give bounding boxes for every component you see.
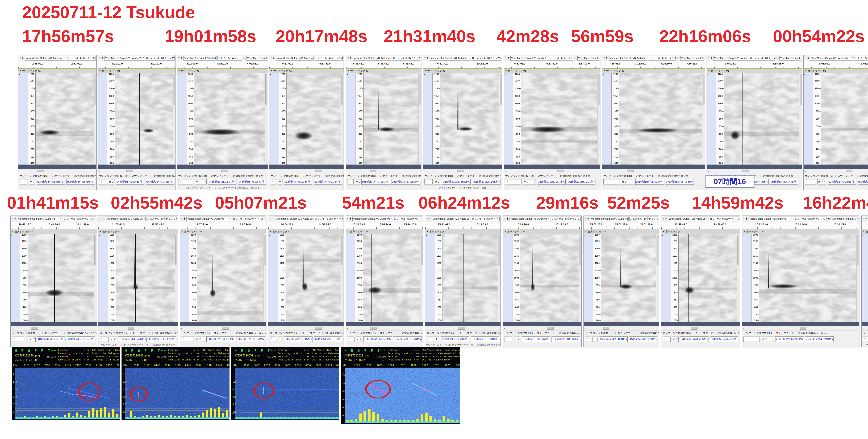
device-combobox[interactable]: 1(モノラル) 録音チャンネル˅: [648, 56, 676, 61]
track-control-panel[interactable]: ▾: [180, 234, 189, 322]
device-combobox[interactable]: 1(モノラル) 録音チャンネル˅: [314, 216, 343, 221]
spectrogram-area[interactable]: [28, 234, 94, 322]
scrollbar-thumb[interactable]: [738, 235, 739, 265]
track-control-panel[interactable]: ▾: [10, 234, 20, 322]
snap-mode-combobox[interactable]: オフ˅: [356, 337, 362, 342]
selection-end-field[interactable]: 06時間31分41.560秒▾: [391, 179, 420, 184]
selection-start-field[interactable]: 05時間17分50.044秒▾: [284, 179, 312, 184]
selection-start-field[interactable]: 11時間55分43.476秒▾: [118, 336, 147, 342]
track-header[interactable]: ▼音声トラック #1: [18, 69, 96, 73]
device-combobox[interactable]: 1(モノラル) 録音チャンネル˅: [629, 216, 658, 221]
selection-end-field[interactable]: 23時間59分44.205秒▾: [710, 336, 738, 342]
track-control-panel[interactable]: ▾: [98, 73, 107, 165]
spectrogram-area[interactable]: [287, 73, 341, 165]
selection-start-field[interactable]: 04時間01分01.486秒▾: [116, 179, 144, 184]
horizontal-scrollbar[interactable]: ‹: [268, 326, 344, 331]
snap-mode-combobox[interactable]: オフ˅: [761, 337, 774, 342]
timeline-ruler[interactable]: 6:57:01.06:57:02.06:57:03.0: [504, 61, 600, 69]
device-combobox[interactable]: 1(モノラル) 録音チャンネル˅: [547, 56, 573, 61]
selection-start-field[interactable]: 15時間29分18.057秒▾: [522, 336, 550, 342]
frequency-ruler[interactable]: 1200115011001050100095090085080075070065…: [28, 73, 36, 165]
vertical-scrollbar[interactable]: [264, 234, 266, 322]
track-control-panel[interactable]: ▾: [425, 234, 435, 322]
device-combobox[interactable]: 1(モノラル) 録音チャンネル˅: [315, 56, 343, 61]
horizontal-scrollbar[interactable]: ‹: [10, 326, 97, 331]
frequency-ruler[interactable]: 1300125012001150110010501000950900850800…: [435, 234, 443, 322]
sample-rate-combobox[interactable]: ˅: [271, 179, 276, 184]
track-header[interactable]: ▼音声トラック #1: [346, 69, 421, 73]
scrollbar-thumb[interactable]: [173, 74, 175, 105]
spectrogram-area[interactable]: [601, 234, 656, 322]
scrollbar-thumb[interactable]: [94, 74, 96, 105]
scrollbar-thumb[interactable]: [37, 170, 44, 172]
selection-start-field[interactable]: 14時間07分23.138秒▾: [207, 336, 235, 342]
selection-start-field[interactable]: 15時間21分01.794秒▾: [441, 336, 469, 342]
selection-start-field[interactable]: 04時間01分59.821秒▾: [208, 179, 237, 184]
vertical-scrollbar[interactable]: [737, 234, 740, 322]
device-combobox[interactable]: VoiceMeeter Output (VB-Audio Vo˅: [432, 216, 470, 221]
selection-start-field[interactable]: 07時間16分08.138秒▾: [636, 179, 664, 184]
device-combobox[interactable]: VoiceMeeter Output (VB-Audio Vo˅: [17, 216, 62, 221]
snap-mode-combobox[interactable]: オフ˅: [817, 179, 826, 184]
snap-mode-combobox[interactable]: オフ˅: [278, 337, 283, 342]
scrollbar-thumb[interactable]: [128, 327, 134, 330]
track-header[interactable]: ▼音声トラック #1: [804, 69, 868, 73]
spectrogram-area[interactable]: [364, 73, 418, 165]
track-control-panel[interactable]: ▾: [602, 73, 612, 165]
snap-mode-combobox[interactable]: オフ˅: [195, 337, 205, 342]
horizontal-scrollbar[interactable]: ‹: [504, 169, 600, 173]
horizontal-scrollbar[interactable]: ‹: [503, 326, 581, 331]
timeline-ruler[interactable]: 25:21:01.025:21:02.025:21:03.0: [862, 222, 868, 229]
vertical-scrollbar[interactable]: [856, 234, 859, 322]
scrollbar-thumb[interactable]: [31, 327, 38, 330]
track-header[interactable]: ▼音声トラック #1: [602, 69, 705, 73]
device-combobox[interactable]: VoiceMeeter Output (VB-Audio Vo˅: [353, 56, 391, 61]
sample-rate-combobox[interactable]: ˅: [585, 337, 591, 342]
snap-mode-combobox[interactable]: オフ˅: [29, 179, 35, 184]
vertical-scrollbar[interactable]: [702, 73, 705, 165]
spectrogram-area[interactable]: [619, 73, 702, 165]
scrollbar-thumb[interactable]: [857, 235, 859, 265]
device-combobox[interactable]: VoiceMeeter Output (VB-Audio Vo˅: [510, 56, 546, 61]
timeline-ruler[interactable]: 9:54:24.09:54:25.0: [707, 61, 802, 69]
vertical-scrollbar[interactable]: [175, 234, 178, 322]
vertical-scrollbar[interactable]: [597, 73, 600, 165]
scrollbar-thumb[interactable]: [598, 74, 600, 105]
sample-rate-combobox[interactable]: ˅: [99, 179, 107, 184]
scrollbar-thumb[interactable]: [557, 170, 564, 172]
horizontal-scrollbar[interactable]: ‹: [707, 169, 802, 173]
track-header[interactable]: ▼音声トラック #1: [346, 229, 423, 234]
device-combobox[interactable]: VoiceMeeter Output (VB-Audio Vo˅: [749, 216, 793, 221]
scrollbar-thumb[interactable]: [370, 170, 376, 172]
device-combobox[interactable]: VoiceMeeter Input (VB-Audio Vo˅: [578, 56, 599, 61]
snap-mode-combobox[interactable]: オフ˅: [26, 337, 36, 342]
horizontal-scrollbar[interactable]: ‹: [742, 326, 859, 331]
spectrogram-area[interactable]: [521, 73, 597, 165]
track-control-panel[interactable]: ▾: [503, 234, 513, 322]
track-header[interactable]: ▼音声トラック #1: [661, 229, 740, 234]
track-header[interactable]: ▼音声トラック #1: [504, 69, 600, 73]
selection-end-field[interactable]: 06時間57分00.291秒▾: [567, 179, 595, 184]
selection-end-field[interactable]: 15時間52分26.828秒▾: [629, 336, 657, 342]
device-combobox[interactable]: VoiceMeeter Output (VB-Audio Vo˅: [184, 56, 216, 61]
timeline-ruler[interactable]: 15:29:18.015:29:19.0: [503, 222, 581, 229]
device-combobox[interactable]: VoiceMeeter Output (VB-Audio Vo˅: [352, 216, 392, 221]
snap-mode-combobox[interactable]: オフ˅: [592, 337, 597, 342]
selection-end-field[interactable]: 15時間24分13.170秒▾: [393, 336, 422, 342]
selection-start-field[interactable]: 09時間51分00.666秒▾: [828, 179, 856, 184]
snap-mode-combobox[interactable]: オフ˅: [108, 179, 115, 184]
device-combobox[interactable]: VoiceMeeter Output (VB-Audio Vo˅: [275, 216, 313, 221]
selection-end-field[interactable]: 09時間54分24.426秒▾: [770, 179, 798, 184]
device-combobox[interactable]: VoiceMeeter Output (VB-Audio Vo˅: [105, 216, 146, 221]
device-combobox[interactable]: VoiceMeeter Output (VB-Audio Vo˅: [668, 216, 708, 221]
scrollbar-thumb[interactable]: [370, 327, 376, 330]
track-header[interactable]: ▼音声トラック #1: [503, 229, 581, 234]
sample-rate-combobox[interactable]: ˅: [663, 337, 671, 342]
device-combobox[interactable]: 1(モノラル) 録音チャンネル˅: [551, 216, 581, 221]
selection-end-field[interactable]: 09時間51分00.666秒▾: [858, 179, 868, 184]
horizontal-scrollbar[interactable]: ‹: [862, 326, 868, 331]
scrollbar-thumb[interactable]: [341, 235, 343, 265]
selection-end-field[interactable]: 04時間01分59.821秒▾: [238, 179, 266, 184]
timeline-ruler[interactable]: 9:51:01.09:51:02.0: [804, 61, 868, 69]
selection-start-field[interactable]: 23時間59分44.205秒▾: [680, 336, 709, 342]
